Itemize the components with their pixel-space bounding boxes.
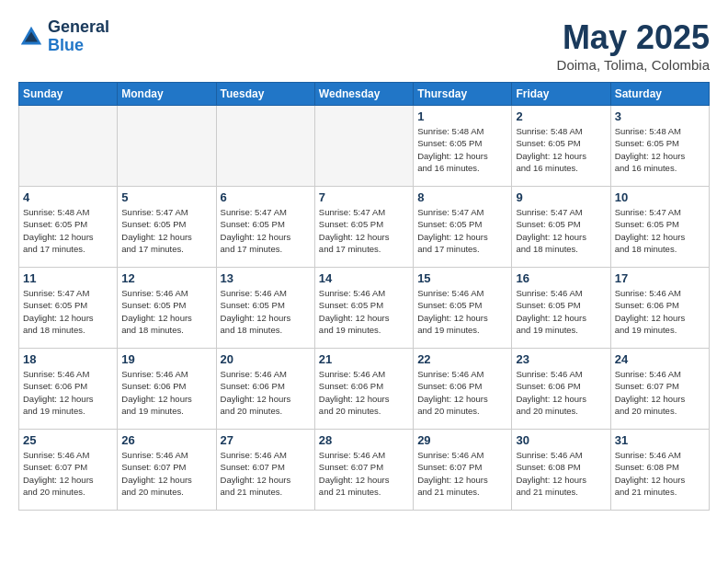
day-number: 25: [23, 433, 113, 447]
calendar-cell: 10Sunrise: 5:47 AM Sunset: 6:05 PM Dayli…: [610, 187, 709, 268]
calendar-cell: 12Sunrise: 5:46 AM Sunset: 6:05 PM Dayli…: [118, 268, 216, 349]
calendar-cell: 27Sunrise: 5:46 AM Sunset: 6:07 PM Dayli…: [216, 430, 314, 511]
calendar-cell: 19Sunrise: 5:46 AM Sunset: 6:06 PM Dayli…: [118, 349, 216, 430]
day-number: 6: [221, 190, 311, 204]
day-info: Sunrise: 5:46 AM Sunset: 6:06 PM Dayligh…: [221, 368, 311, 417]
day-number: 5: [121, 190, 211, 204]
calendar-cell: 25Sunrise: 5:46 AM Sunset: 6:07 PM Dayli…: [19, 430, 118, 511]
day-info: Sunrise: 5:47 AM Sunset: 6:05 PM Dayligh…: [516, 206, 606, 255]
calendar-cell: 3Sunrise: 5:48 AM Sunset: 6:05 PM Daylig…: [610, 106, 709, 187]
calendar-cell: 29Sunrise: 5:46 AM Sunset: 6:07 PM Dayli…: [414, 430, 512, 511]
day-info: Sunrise: 5:46 AM Sunset: 6:06 PM Dayligh…: [516, 368, 606, 417]
day-info: Sunrise: 5:46 AM Sunset: 6:07 PM Dayligh…: [417, 449, 507, 498]
day-info: Sunrise: 5:47 AM Sunset: 6:05 PM Dayligh…: [121, 206, 211, 255]
calendar-cell: 18Sunrise: 5:46 AM Sunset: 6:06 PM Dayli…: [19, 349, 118, 430]
day-info: Sunrise: 5:46 AM Sunset: 6:07 PM Dayligh…: [319, 449, 409, 498]
day-number: 29: [417, 433, 507, 447]
logo-text: General Blue: [48, 18, 109, 55]
day-number: 22: [417, 352, 507, 366]
day-info: Sunrise: 5:47 AM Sunset: 6:05 PM Dayligh…: [221, 206, 311, 255]
calendar-cell: 1Sunrise: 5:48 AM Sunset: 6:05 PM Daylig…: [414, 106, 512, 187]
day-info: Sunrise: 5:48 AM Sunset: 6:05 PM Dayligh…: [417, 125, 507, 174]
calendar-cell: 17Sunrise: 5:46 AM Sunset: 6:06 PM Dayli…: [610, 268, 709, 349]
day-number: 11: [23, 271, 113, 285]
calendar-cell: 31Sunrise: 5:46 AM Sunset: 6:08 PM Dayli…: [610, 430, 709, 511]
day-info: Sunrise: 5:46 AM Sunset: 6:05 PM Dayligh…: [319, 287, 409, 336]
title-block: May 2025 Doima, Tolima, Colombia: [557, 18, 710, 73]
weekday-header-monday: Monday: [118, 83, 216, 106]
day-info: Sunrise: 5:46 AM Sunset: 6:06 PM Dayligh…: [121, 368, 211, 417]
day-number: 13: [221, 271, 311, 285]
day-number: 9: [516, 190, 606, 204]
day-info: Sunrise: 5:46 AM Sunset: 6:08 PM Dayligh…: [516, 449, 606, 498]
day-number: 21: [319, 352, 409, 366]
week-row-3: 11Sunrise: 5:47 AM Sunset: 6:05 PM Dayli…: [19, 268, 710, 349]
day-number: 18: [23, 352, 113, 366]
day-number: 31: [615, 433, 705, 447]
day-number: 27: [221, 433, 311, 447]
day-number: 16: [516, 271, 606, 285]
calendar-cell: 20Sunrise: 5:46 AM Sunset: 6:06 PM Dayli…: [216, 349, 314, 430]
day-info: Sunrise: 5:46 AM Sunset: 6:06 PM Dayligh…: [319, 368, 409, 417]
location: Doima, Tolima, Colombia: [557, 57, 710, 73]
day-number: 1: [417, 109, 507, 123]
calendar-cell: 14Sunrise: 5:46 AM Sunset: 6:05 PM Dayli…: [314, 268, 413, 349]
day-info: Sunrise: 5:47 AM Sunset: 6:05 PM Dayligh…: [417, 206, 507, 255]
day-info: Sunrise: 5:46 AM Sunset: 6:07 PM Dayligh…: [615, 368, 705, 417]
day-info: Sunrise: 5:46 AM Sunset: 6:07 PM Dayligh…: [23, 449, 113, 498]
weekday-header-wednesday: Wednesday: [314, 83, 413, 106]
weekday-header-sunday: Sunday: [19, 83, 118, 106]
week-row-4: 18Sunrise: 5:46 AM Sunset: 6:06 PM Dayli…: [19, 349, 710, 430]
calendar-cell: [19, 106, 118, 187]
day-number: 26: [121, 433, 211, 447]
calendar-cell: 21Sunrise: 5:46 AM Sunset: 6:06 PM Dayli…: [314, 349, 413, 430]
calendar-cell: 24Sunrise: 5:46 AM Sunset: 6:07 PM Dayli…: [610, 349, 709, 430]
day-info: Sunrise: 5:46 AM Sunset: 6:05 PM Dayligh…: [417, 287, 507, 336]
day-number: 12: [121, 271, 211, 285]
calendar-cell: 7Sunrise: 5:47 AM Sunset: 6:05 PM Daylig…: [314, 187, 413, 268]
calendar-table: SundayMondayTuesdayWednesdayThursdayFrid…: [18, 82, 710, 511]
day-number: 14: [319, 271, 409, 285]
calendar-cell: 28Sunrise: 5:46 AM Sunset: 6:07 PM Dayli…: [314, 430, 413, 511]
day-info: Sunrise: 5:48 AM Sunset: 6:05 PM Dayligh…: [615, 125, 705, 174]
calendar-cell: 26Sunrise: 5:46 AM Sunset: 6:07 PM Dayli…: [118, 430, 216, 511]
day-number: 15: [417, 271, 507, 285]
day-number: 17: [615, 271, 705, 285]
calendar-cell: [118, 106, 216, 187]
calendar-cell: 16Sunrise: 5:46 AM Sunset: 6:05 PM Dayli…: [512, 268, 610, 349]
calendar-cell: 8Sunrise: 5:47 AM Sunset: 6:05 PM Daylig…: [414, 187, 512, 268]
day-number: 7: [319, 190, 409, 204]
day-info: Sunrise: 5:46 AM Sunset: 6:07 PM Dayligh…: [121, 449, 211, 498]
calendar-cell: 11Sunrise: 5:47 AM Sunset: 6:05 PM Dayli…: [19, 268, 118, 349]
day-info: Sunrise: 5:46 AM Sunset: 6:05 PM Dayligh…: [516, 287, 606, 336]
calendar-cell: 4Sunrise: 5:48 AM Sunset: 6:05 PM Daylig…: [19, 187, 118, 268]
day-number: 19: [121, 352, 211, 366]
day-number: 20: [221, 352, 311, 366]
day-number: 8: [417, 190, 507, 204]
day-info: Sunrise: 5:48 AM Sunset: 6:05 PM Dayligh…: [516, 125, 606, 174]
calendar-cell: 6Sunrise: 5:47 AM Sunset: 6:05 PM Daylig…: [216, 187, 314, 268]
day-number: 23: [516, 352, 606, 366]
logo-blue: Blue: [48, 36, 84, 54]
calendar-cell: 13Sunrise: 5:46 AM Sunset: 6:05 PM Dayli…: [216, 268, 314, 349]
calendar-cell: 30Sunrise: 5:46 AM Sunset: 6:08 PM Dayli…: [512, 430, 610, 511]
day-info: Sunrise: 5:48 AM Sunset: 6:05 PM Dayligh…: [23, 206, 113, 255]
weekday-header-friday: Friday: [512, 83, 610, 106]
day-info: Sunrise: 5:46 AM Sunset: 6:06 PM Dayligh…: [615, 287, 705, 336]
day-number: 30: [516, 433, 606, 447]
day-info: Sunrise: 5:46 AM Sunset: 6:08 PM Dayligh…: [615, 449, 705, 498]
logo: General Blue: [18, 18, 109, 55]
day-number: 28: [319, 433, 409, 447]
logo-icon: [18, 24, 44, 50]
week-row-1: 1Sunrise: 5:48 AM Sunset: 6:05 PM Daylig…: [19, 106, 710, 187]
calendar-cell: 15Sunrise: 5:46 AM Sunset: 6:05 PM Dayli…: [414, 268, 512, 349]
day-info: Sunrise: 5:46 AM Sunset: 6:05 PM Dayligh…: [121, 287, 211, 336]
week-row-2: 4Sunrise: 5:48 AM Sunset: 6:05 PM Daylig…: [19, 187, 710, 268]
month-title: May 2025: [557, 18, 710, 57]
day-info: Sunrise: 5:46 AM Sunset: 6:06 PM Dayligh…: [417, 368, 507, 417]
day-info: Sunrise: 5:47 AM Sunset: 6:05 PM Dayligh…: [319, 206, 409, 255]
day-number: 24: [615, 352, 705, 366]
page-header: General Blue May 2025 Doima, Tolima, Col…: [18, 18, 710, 73]
day-info: Sunrise: 5:46 AM Sunset: 6:05 PM Dayligh…: [221, 287, 311, 336]
weekday-header-tuesday: Tuesday: [216, 83, 314, 106]
